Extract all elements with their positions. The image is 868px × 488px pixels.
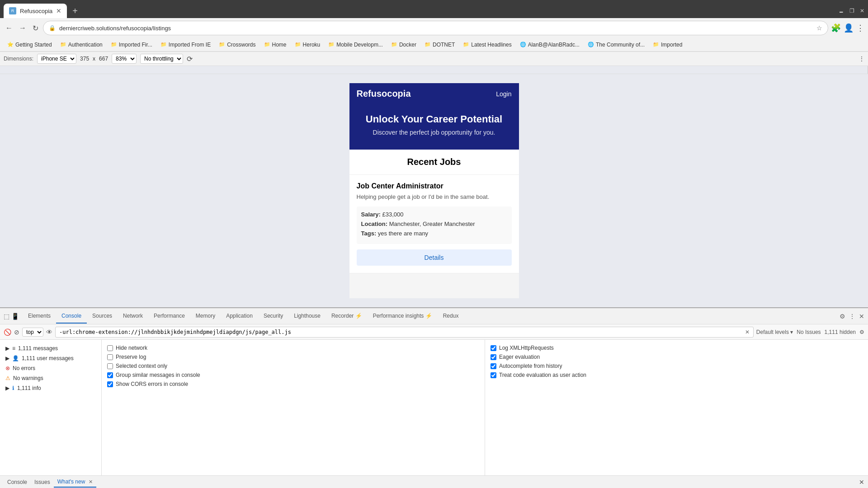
app-header: Refusocopia Login <box>349 83 519 104</box>
preserve-log-item: Preserve log <box>107 352 479 361</box>
tab-performance[interactable]: Performance <box>148 309 190 324</box>
address-bar[interactable]: 🔒 ☆ <box>43 21 828 35</box>
group-similar-label: Group similar messages in console <box>116 372 200 378</box>
messages-label: 1,111 messages <box>18 345 58 352</box>
tab-network[interactable]: Network <box>118 309 148 324</box>
location-value: Manchester, Greater Manchester <box>389 221 475 227</box>
hide-network-item: Hide network <box>107 343 479 352</box>
info-label: 1,111 info <box>17 385 41 391</box>
menu-icon[interactable]: ⋮ <box>856 23 864 33</box>
devtools-inspect-icon[interactable]: ⬚ <box>4 313 9 320</box>
more-options-icon[interactable]: ⋮ <box>859 56 864 62</box>
block-icon[interactable]: 🚫 <box>4 328 11 336</box>
console-filter-input[interactable] <box>59 329 743 335</box>
bookmark-icon[interactable]: ☆ <box>816 24 822 32</box>
bookmark-docker[interactable]: 📁 Docker <box>387 41 420 49</box>
rotate-icon[interactable]: ⟳ <box>187 55 193 63</box>
group-similar-item: Group similar messages in console <box>107 371 479 380</box>
active-tab[interactable]: R Refusocopia ✕ <box>4 4 67 18</box>
page-content-area: Refusocopia Login Unlock Your Career Pot… <box>0 74 868 307</box>
settings-gear-icon[interactable]: ⚙ <box>859 329 864 335</box>
treat-code-label: Treat code evaluation as user action <box>499 372 586 378</box>
info-item[interactable]: ▶ ℹ 1,111 info <box>0 383 101 393</box>
default-levels-select[interactable]: Default levels ▾ <box>756 329 793 335</box>
tab-perf-insights[interactable]: Performance insights ⚡ <box>368 309 438 324</box>
close-devtools-icon[interactable]: ✕ <box>859 313 864 320</box>
address-input[interactable] <box>59 25 813 32</box>
bookmark-imported[interactable]: 📁 Imported <box>649 41 686 49</box>
reload-button[interactable]: ↻ <box>31 22 40 34</box>
bookmark-dotnet[interactable]: 📁 DOTNET <box>421 41 458 49</box>
throttling-select[interactable]: No throttling <box>140 54 183 64</box>
job-tags-row: Tags: yes there are many <box>361 230 507 237</box>
tab-close-button[interactable]: ✕ <box>56 7 61 14</box>
group-similar-checkbox[interactable] <box>107 372 113 378</box>
forward-button[interactable]: → <box>17 22 28 34</box>
bookmark-alanb[interactable]: 🌐 AlanB@AlanBRadc... <box>516 41 583 49</box>
bottom-tab-whats-new[interactable]: What's new ✕ <box>54 477 96 488</box>
tab-console[interactable]: Console <box>56 309 87 324</box>
user-messages-item[interactable]: ▶ 👤 1,111 user messages <box>0 353 101 363</box>
bookmark-label: Imported <box>661 42 682 48</box>
treat-code-checkbox[interactable] <box>491 372 496 378</box>
zoom-select[interactable]: 83% <box>112 54 137 64</box>
content-area: Refusocopia Login Unlock Your Career Pot… <box>0 74 868 307</box>
new-tab-button[interactable]: + <box>69 6 81 16</box>
no-warnings-item[interactable]: ⚠ No warnings <box>0 373 101 383</box>
bookmark-imported-from-ie[interactable]: 📁 Imported From IE <box>157 41 214 49</box>
bookmark-authentication[interactable]: 📁 Authentication <box>57 41 106 49</box>
nav-right-icons: 🧩 👤 ⋮ <box>831 23 864 33</box>
tab-recorder[interactable]: Recorder ⚡ <box>326 309 368 324</box>
bottom-tab-issues[interactable]: Issues <box>31 477 54 487</box>
bookmark-imported-fir[interactable]: 📁 Imported Fir... <box>107 41 156 49</box>
preserve-log-checkbox[interactable] <box>107 354 113 360</box>
context-select[interactable]: top <box>22 328 43 337</box>
bookmark-label: Imported From IE <box>169 42 211 48</box>
tab-sources[interactable]: Sources <box>87 309 118 324</box>
filter-icon[interactable]: ⊘ <box>14 328 19 336</box>
tab-application[interactable]: Application <box>221 309 258 324</box>
bookmark-community[interactable]: 🌐 The Community of... <box>584 41 648 49</box>
log-xmlhttp-checkbox[interactable] <box>491 345 496 351</box>
tab-security[interactable]: Security <box>258 309 288 324</box>
bookmark-folder-icon: 📁 <box>295 42 301 47</box>
autocomplete-item: Autocomplete from history <box>491 361 863 371</box>
hide-network-checkbox[interactable] <box>107 345 113 351</box>
settings-icon[interactable]: ⚙ <box>840 313 845 320</box>
console-input-area[interactable]: ✕ <box>55 327 754 338</box>
devtools-device-icon[interactable]: 📱 <box>11 313 19 320</box>
eager-eval-label: Eager evaluation <box>499 354 540 360</box>
bookmark-mobile-dev[interactable]: 📁 Mobile Developm... <box>325 41 387 49</box>
whats-new-close-icon[interactable]: ✕ <box>89 479 93 484</box>
eager-eval-checkbox[interactable] <box>491 354 496 360</box>
bookmark-home[interactable]: 📁 Home <box>260 41 290 49</box>
show-cors-checkbox[interactable] <box>107 381 113 387</box>
tab-memory[interactable]: Memory <box>190 309 221 324</box>
tab-redux[interactable]: Redux <box>438 309 464 324</box>
device-select[interactable]: iPhone SE <box>37 54 76 64</box>
no-errors-item[interactable]: ⊗ No errors <box>0 363 101 373</box>
bookmark-getting-started[interactable]: ⭐ Getting Started <box>4 41 56 49</box>
eye-icon[interactable]: 👁 <box>46 328 52 336</box>
no-errors-label: No errors <box>13 365 35 371</box>
close-drawer-icon[interactable]: ✕ <box>859 479 864 486</box>
clear-filter-icon[interactable]: ✕ <box>745 329 750 335</box>
selected-context-checkbox[interactable] <box>107 363 113 369</box>
devtools-viewport-bar: Dimensions: iPhone SE 375 x 667 83% No t… <box>0 52 868 66</box>
hidden-count-badge: 1,111 hidden <box>825 329 856 335</box>
bookmark-latest-headlines[interactable]: 📁 Latest Headlines <box>459 41 515 49</box>
extensions-icon[interactable]: 🧩 <box>831 23 841 33</box>
tab-elements[interactable]: Elements <box>23 309 56 324</box>
messages-item[interactable]: ▶ ≡ 1,111 messages <box>0 343 101 353</box>
details-button[interactable]: Details <box>357 249 512 266</box>
tab-lighthouse[interactable]: Lighthouse <box>288 309 326 324</box>
more-devtools-icon[interactable]: ⋮ <box>849 313 855 320</box>
profile-icon[interactable]: 👤 <box>844 23 854 33</box>
bottom-tab-console[interactable]: Console <box>4 477 31 487</box>
autocomplete-checkbox[interactable] <box>491 363 496 369</box>
back-button[interactable]: ← <box>4 22 14 34</box>
login-button[interactable]: Login <box>496 90 511 98</box>
job-location-row: Location: Manchester, Greater Manchester <box>361 221 507 227</box>
bookmark-heroku[interactable]: 📁 Heroku <box>291 41 324 49</box>
bookmark-crosswords[interactable]: 📁 Crosswords <box>215 41 259 49</box>
